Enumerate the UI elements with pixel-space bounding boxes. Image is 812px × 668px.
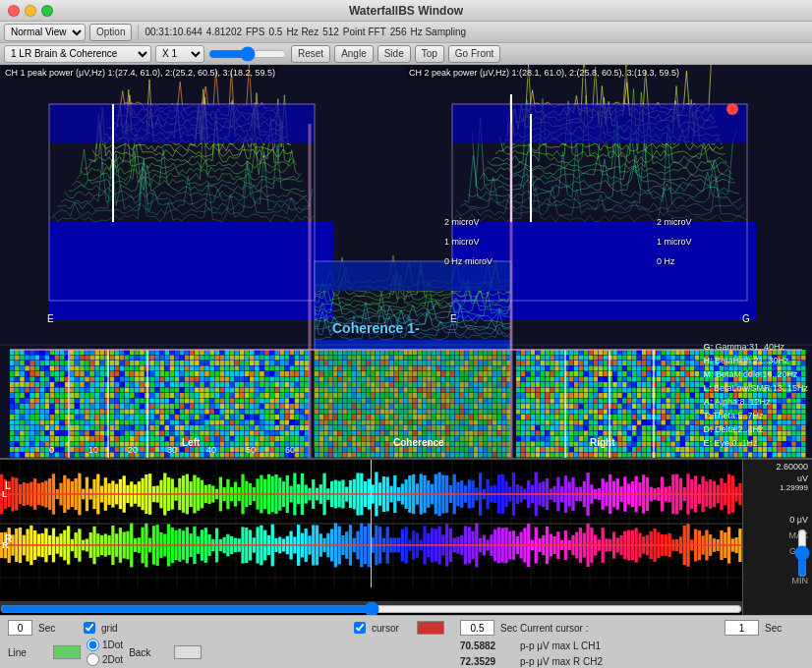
traffic-lights: [8, 5, 53, 17]
sec-current-input[interactable]: [460, 620, 494, 636]
sampling-label: Hz Sampling: [410, 27, 466, 37]
dot1-radio[interactable]: [87, 639, 99, 651]
gain-slider[interactable]: [794, 529, 810, 578]
fft-label: Point FFT: [343, 27, 386, 37]
back-label: Back: [129, 647, 168, 658]
sec-input[interactable]: [8, 620, 32, 636]
cursor-color-swatch: [417, 621, 444, 635]
hz0-label-right: 0 Hz: [657, 256, 675, 266]
option-button[interactable]: Option: [89, 24, 132, 41]
toolbar-row2: 1 LR Brain & Coherence X 1 Reset Angle S…: [0, 43, 812, 65]
pp-ch1-value: 70.5882: [460, 640, 514, 651]
close-button[interactable]: [8, 5, 20, 17]
eeg-canvas[interactable]: [0, 460, 742, 587]
max-time-sec-label: Sec: [765, 623, 804, 634]
gain-minus-label: 1.29999: [780, 483, 808, 492]
bottom-controls: Sec grid cursor Line 1Dot 2Dot Bac: [0, 615, 812, 668]
sec-label: Sec: [38, 623, 78, 634]
gain-panel: 2.60000 uV 0 μV 1.29999 MAX Gain MIN: [742, 460, 812, 617]
title-bar: WaterfallBS Window: [0, 0, 812, 22]
pp-ch1-label: p-p μV max L CH1: [520, 640, 601, 651]
dot-radio-group: 1Dot 2Dot: [87, 639, 123, 666]
right-label: Right: [590, 437, 615, 448]
legend-item: H: BetaHigh:21..30Hz: [703, 354, 808, 367]
left-label: Left: [182, 437, 200, 448]
time-display: 00:31:10.644: [145, 27, 202, 37]
x-select[interactable]: X 1: [155, 45, 204, 63]
legend-item: G: Gamma:31..40Hz: [703, 340, 808, 354]
angle-button[interactable]: Angle: [334, 45, 374, 63]
frequency-legend: G: Gamma:31..40HzH: BetaHigh:21..30HzM: …: [703, 340, 808, 450]
coherence-label: Coherence 1-: [332, 320, 420, 336]
hz0-label-left: 0 Hz microV: [444, 256, 493, 266]
legend-item: M: BetaMiddle:16..20Hz: [703, 367, 808, 381]
minimize-button[interactable]: [25, 5, 36, 17]
legend-item: D: Delta:2..4Hz: [703, 422, 808, 436]
pp-ch2-row: 72.3529 p-p μV max R CH2: [460, 656, 804, 667]
line-label: Line: [8, 647, 47, 658]
legend-item: A: Alpha:8..12Hz: [703, 395, 808, 409]
divider: [138, 25, 139, 40]
current-cursor-row: Sec Current cursor : Sec: [460, 620, 804, 636]
waterfall-canvas[interactable]: [0, 65, 812, 458]
eeg-scrollbar[interactable]: [0, 601, 742, 611]
channel-select[interactable]: 1 LR Brain & Coherence: [4, 45, 151, 63]
coherence-bottom-label: Coherence: [393, 437, 444, 448]
dot2-label[interactable]: 2Dot: [87, 653, 123, 666]
go-front-button[interactable]: Go Front: [448, 45, 500, 63]
view-select[interactable]: Normal View: [4, 24, 86, 41]
line-row: Line 1Dot 2Dot Back: [8, 639, 444, 666]
ch-l-marker: L: [2, 489, 8, 499]
top-button[interactable]: Top: [415, 45, 444, 63]
microv1-label-left: 1 microV: [444, 237, 480, 247]
controls-left: Sec grid cursor Line 1Dot 2Dot Bac: [0, 616, 452, 668]
microv2-label-left: 2 microV: [444, 217, 480, 227]
grid-checkbox[interactable]: [84, 622, 95, 634]
sec-current-label: Sec Current cursor :: [500, 623, 588, 634]
hz-rez-label: Hz Rez: [286, 27, 319, 37]
eeg-area: L R 2.60000 uV 0 μV 1.29999 MAX Gain MIN: [0, 458, 812, 615]
dot2-radio[interactable]: [87, 653, 99, 666]
gain-max-value: 2.60000: [776, 462, 808, 472]
cursor-label: cursor: [372, 623, 411, 634]
ch1-peak-info: CH 1 peak power (μV,Hz) 1:(27.4, 61.0), …: [2, 67, 278, 79]
window-title: WaterfallBS Window: [349, 4, 463, 18]
gain-0-label: 0 μV: [789, 515, 808, 525]
legend-item: T: Theta:5..7Hz: [703, 409, 808, 422]
ch2-peak-info: CH 2 peak power (μV,Hz) 1:(28.1, 61.0), …: [406, 67, 682, 79]
microv1-label-right: 1 microV: [657, 237, 692, 247]
ch-r-marker: R: [2, 540, 9, 550]
side-button[interactable]: Side: [377, 45, 411, 63]
back-color-swatch: [174, 645, 202, 659]
sampling-value: 256: [390, 27, 407, 37]
pp-ch1-row: 70.5882 p-p μV max L CH1: [460, 640, 804, 651]
grid-label: grid: [101, 623, 141, 634]
fft-value: 512: [322, 27, 339, 37]
toolbar-row1: Normal View Option 00:31:10.644 4.81202 …: [0, 22, 812, 43]
reset-button[interactable]: Reset: [291, 45, 330, 63]
main-visualization: CH 1 peak power (μV,Hz) 1:(27.4, 61.0), …: [0, 65, 812, 458]
fps-value: 4.81202: [206, 27, 242, 37]
legend-item: E: Eye:0..1Hz: [703, 436, 808, 450]
legend-item: L: BetaLow/SMR:13..15Hz: [703, 381, 808, 395]
pp-ch2-label: p-p μV max R CH2: [520, 656, 603, 667]
pp-ch2-value: 72.3529: [460, 656, 514, 667]
gain-uv-label: uV: [797, 473, 808, 483]
dot1-label[interactable]: 1Dot: [87, 639, 123, 651]
slider-control[interactable]: [208, 47, 287, 61]
max-time-input[interactable]: [725, 620, 759, 636]
cursor-checkbox[interactable]: [354, 622, 366, 634]
microv2-label-right: 2 microV: [657, 217, 692, 227]
line-color-swatch: [53, 645, 81, 659]
sec-row: Sec grid cursor: [8, 620, 444, 636]
maximize-button[interactable]: [41, 5, 53, 17]
hz-rez-value: 0.5: [268, 27, 282, 37]
controls-right: Sec Current cursor : Sec 70.5882 p-p μV …: [452, 616, 812, 668]
fps-label: FPS: [246, 27, 264, 37]
